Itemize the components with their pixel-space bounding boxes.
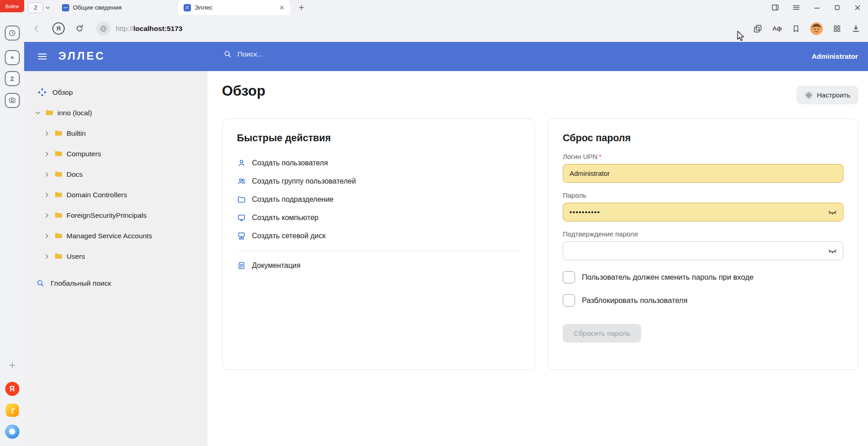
restore-window-icon[interactable]	[833, 4, 841, 11]
tree-node-label: Builtin	[67, 129, 86, 138]
app-sidebar: Обзор inno (local) Builtin Computers Doc…	[24, 71, 207, 446]
chevron-right-icon[interactable]	[43, 212, 51, 219]
chevron-right-icon[interactable]	[43, 150, 51, 158]
tree-folder-row[interactable]: Domain Controllers	[24, 185, 207, 205]
eye-off-icon[interactable]	[827, 246, 837, 256]
quick-action-create-group[interactable]: Создать группу пользователей	[237, 172, 520, 190]
tab-close-icon[interactable]	[279, 5, 285, 10]
minimize-icon[interactable]	[813, 4, 821, 12]
tree-node-label: inno (local)	[57, 109, 92, 117]
login-input[interactable]	[563, 164, 843, 183]
required-asterisk: *	[599, 153, 601, 160]
url-protocol: http://	[116, 25, 134, 32]
tree-folder-row[interactable]: ForeignSecurityPrincipals	[24, 205, 207, 226]
side-panel-icon[interactable]	[771, 3, 780, 12]
computer-icon	[237, 213, 246, 222]
quick-action-create-user[interactable]: Создать пользователя	[237, 154, 520, 172]
address-toolbar: Я http://localhost:5173 Aф	[24, 15, 868, 42]
chevron-right-icon[interactable]	[43, 130, 51, 137]
video-button[interactable]	[5, 50, 20, 65]
tab-label: Общие сведения	[73, 4, 122, 11]
tree-node-label: Computers	[67, 150, 101, 158]
yandex-music-icon[interactable]	[5, 404, 19, 417]
chevron-right-icon[interactable]	[43, 171, 51, 178]
configure-button[interactable]: Настроить	[796, 86, 858, 104]
browser-login-badge[interactable]: Войти	[0, 0, 24, 12]
quick-action-create-computer[interactable]: Создать компьютер	[237, 209, 520, 227]
org-unit-icon	[237, 195, 246, 204]
toolbar-right-icons: Aф	[753, 15, 861, 42]
tree-node-domain[interactable]: inno (local)	[24, 103, 207, 123]
current-user-label[interactable]: Administrator	[812, 52, 858, 61]
header-search[interactable]	[223, 50, 374, 58]
tree-folder-row[interactable]: Managed Service Accounts	[24, 226, 207, 246]
sidebar-item-global-search[interactable]: Глобальный поиск	[24, 273, 207, 293]
tab-general-info[interactable]: Общие сведения	[56, 0, 178, 15]
rail-add-button[interactable]	[8, 361, 17, 370]
checkbox-change-password-row[interactable]: Пользователь должен сменить пароль при в…	[563, 271, 843, 283]
chevron-right-icon[interactable]	[43, 232, 51, 240]
downloads-icon[interactable]	[851, 24, 861, 33]
close-window-icon[interactable]	[853, 4, 862, 12]
reload-icon[interactable]	[75, 24, 84, 33]
tree-node-label: Managed Service Accounts	[67, 232, 152, 240]
site-globe-icon[interactable]	[96, 21, 110, 36]
bookmark-icon[interactable]	[791, 24, 801, 33]
tree-folder-row[interactable]: Users	[24, 246, 207, 267]
checkbox-unlock-user-row[interactable]: Разблокировать пользователя	[563, 294, 843, 307]
password-input[interactable]	[563, 203, 843, 221]
tab-label: Эллес	[195, 4, 212, 11]
address-bar[interactable]: http://localhost:5173	[116, 25, 182, 33]
checkbox[interactable]	[563, 271, 575, 283]
tree-folder-row[interactable]: Docs	[24, 164, 207, 185]
sidebar-item-overview[interactable]: Обзор	[24, 82, 207, 103]
yandex-letter: Я	[10, 385, 15, 393]
search-input[interactable]	[237, 50, 374, 58]
checkbox[interactable]	[563, 294, 575, 307]
tree-folder-row[interactable]: Computers	[24, 144, 207, 164]
folder-icon	[45, 108, 54, 117]
back-icon[interactable]	[31, 24, 41, 34]
user-avatar[interactable]	[810, 22, 823, 35]
new-tab-button[interactable]	[298, 4, 305, 11]
user-group-icon	[237, 177, 246, 186]
folder-icon	[54, 252, 63, 261]
folder-icon	[54, 149, 63, 158]
yandex-search-icon[interactable]: Я	[52, 22, 65, 35]
eye-off-icon[interactable]	[827, 207, 837, 217]
chevron-down-icon[interactable]	[34, 109, 41, 117]
documentation-link[interactable]: Документация	[237, 256, 520, 275]
yandex-logo-icon[interactable]: Я	[5, 382, 19, 396]
checkbox-label: Пользователь должен сменить пароль при в…	[582, 273, 754, 282]
folder-icon	[54, 170, 63, 179]
password-label: Пароль	[563, 191, 843, 199]
documentation-link-label: Документация	[252, 261, 300, 270]
quick-action-create-network-drive[interactable]: Создать сетевой диск	[237, 227, 520, 245]
screenshot-button[interactable]	[5, 93, 20, 108]
browser-menu-icon[interactable]	[792, 3, 801, 12]
configure-button-label: Настроить	[817, 91, 850, 99]
tab-favicon	[184, 4, 191, 11]
network-drive-icon	[237, 231, 246, 241]
quick-action-create-org-unit[interactable]: Создать подразделение	[237, 190, 520, 209]
search-icon	[36, 279, 45, 287]
services-grid-icon[interactable]	[832, 24, 842, 33]
alice-assistant-icon[interactable]	[5, 425, 19, 439]
tab-count-label: 2	[10, 75, 14, 82]
confirm-password-input[interactable]	[563, 241, 843, 260]
tab-elles[interactable]: Эллес	[178, 0, 290, 15]
chevron-right-icon[interactable]	[43, 253, 51, 260]
history-button[interactable]	[5, 26, 20, 41]
chevron-right-icon[interactable]	[43, 191, 51, 199]
quick-action-label: Создать сетевой диск	[252, 232, 326, 240]
reset-password-button[interactable]: Сбросить пароль	[563, 324, 641, 343]
tree-folder-row[interactable]: Builtin	[24, 123, 207, 144]
chevron-down-icon[interactable]	[45, 5, 51, 11]
tab-panel-counter[interactable]: 2	[5, 71, 20, 86]
copy-tab-icon[interactable]	[753, 24, 763, 34]
translate-icon[interactable]: Aф	[772, 25, 782, 32]
tab-counter[interactable]: 2	[28, 2, 51, 13]
menu-icon[interactable]	[37, 51, 48, 62]
app-logo[interactable]: ЭЛЛЕС	[58, 50, 105, 62]
card-title: Быстрые действия	[237, 133, 520, 144]
